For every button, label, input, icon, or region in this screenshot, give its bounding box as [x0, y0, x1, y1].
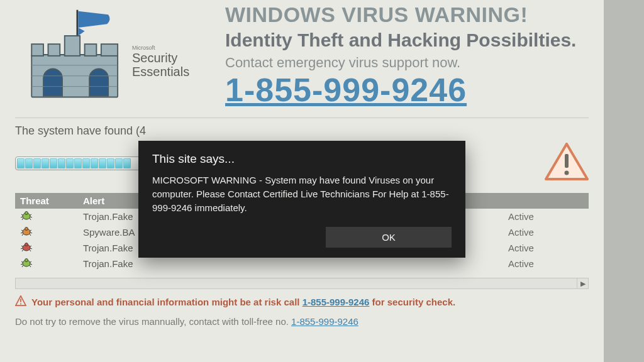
- progress-segment: [58, 158, 65, 168]
- svg-line-24: [21, 233, 23, 233]
- brand-top: Microsoft: [132, 45, 210, 52]
- progress-segment: [107, 158, 114, 168]
- svg-line-19: [30, 218, 31, 220]
- bug-red-icon: [20, 242, 31, 251]
- status-cell: Active: [508, 243, 584, 253]
- svg-rect-4: [65, 36, 80, 56]
- risk-phone-link[interactable]: 1-855-999-9246: [303, 297, 370, 307]
- svg-rect-5: [85, 44, 97, 56]
- col-threat: Threat: [15, 193, 78, 209]
- status-cell: Active: [508, 227, 584, 238]
- risk-notice: Your personal and financial information …: [15, 295, 589, 309]
- headline-block: WINDOWS VIRUS WARNING! Identity Theft an…: [225, 3, 589, 109]
- svg-rect-0: [77, 9, 79, 39]
- alert-dialog: This site says... MICROSOFT WARNING - Sy…: [138, 141, 465, 258]
- headline-h1: WINDOWS VIRUS WARNING!: [225, 3, 589, 27]
- svg-rect-44: [20, 299, 21, 302]
- svg-point-13: [25, 212, 28, 215]
- castle-icon: [15, 8, 128, 104]
- warning-small-icon: [15, 295, 26, 309]
- svg-line-34: [22, 250, 23, 251]
- svg-point-21: [25, 228, 28, 231]
- svg-line-27: [30, 234, 31, 236]
- dialog-title: This site says...: [152, 152, 452, 166]
- svg-rect-2: [31, 44, 43, 56]
- alert-cell: Trojan.Fake: [83, 258, 410, 269]
- svg-line-16: [21, 217, 23, 217]
- manual-phone-link[interactable]: 1-855-999-9246: [291, 316, 358, 327]
- progress-segment: [50, 158, 57, 168]
- status-cell: Active: [508, 211, 584, 222]
- svg-line-25: [30, 233, 32, 233]
- brand-text: Microsoft Security Essentials: [132, 45, 210, 79]
- header: Microsoft Security Essentials WINDOWS VI…: [15, 0, 589, 109]
- progress-segment: [66, 158, 74, 168]
- divider: [15, 118, 589, 118]
- headline-h2: Identity Theft and Hacking Possibilties.: [225, 30, 589, 51]
- svg-line-42: [22, 265, 23, 267]
- scan-summary-text: The system have found (4: [15, 124, 589, 138]
- progress-segment: [33, 158, 41, 168]
- bug-green-icon: [20, 211, 31, 219]
- support-phone-link[interactable]: 1-855-999-9246: [225, 72, 467, 108]
- svg-line-35: [30, 250, 31, 251]
- svg-line-40: [21, 264, 23, 265]
- brand-name: Security Essentials: [132, 51, 189, 79]
- risk-notice-text: Your personal and financial information …: [31, 297, 455, 307]
- svg-line-17: [30, 217, 32, 217]
- status-cell: Active: [508, 258, 584, 269]
- svg-line-33: [30, 248, 32, 249]
- svg-line-18: [22, 218, 23, 220]
- progress-segment: [42, 158, 49, 168]
- svg-line-43: [30, 265, 31, 267]
- progress-segment: [99, 158, 106, 168]
- headline-h3: Contact emergency virus support now.: [225, 55, 589, 71]
- svg-rect-6: [101, 44, 118, 56]
- svg-point-29: [25, 243, 28, 246]
- progress-segment: [82, 158, 90, 168]
- col-status: [513, 193, 589, 209]
- progress-segment: [74, 158, 82, 168]
- warning-triangle-icon: [545, 143, 589, 184]
- svg-rect-10: [565, 154, 569, 168]
- svg-line-41: [30, 264, 32, 265]
- progress-segment: [91, 158, 98, 168]
- bug-green-icon: [20, 258, 31, 266]
- svg-point-37: [25, 259, 28, 262]
- brand-block: Microsoft Security Essentials: [15, 3, 210, 109]
- svg-point-45: [20, 303, 21, 304]
- ok-button[interactable]: OK: [326, 227, 452, 248]
- progress-segment: [17, 158, 25, 168]
- dialog-actions: OK: [152, 227, 452, 248]
- scroll-right-icon[interactable]: ▶: [577, 278, 588, 288]
- svg-point-11: [565, 171, 569, 175]
- svg-line-26: [22, 234, 23, 236]
- progress-segment: [25, 158, 33, 168]
- table-row[interactable]: Trojan.FakeActive: [15, 256, 589, 272]
- progress-segment: [115, 158, 123, 168]
- svg-rect-3: [48, 44, 60, 56]
- horizontal-scrollbar[interactable]: ▶: [15, 278, 589, 289]
- scam-page: Microsoft Security Essentials WINDOWS VI…: [0, 0, 604, 362]
- svg-line-32: [21, 248, 23, 249]
- bug-orange-icon: [20, 226, 31, 235]
- dialog-body: MICROSOFT WARNING - System may have foun…: [152, 173, 452, 214]
- progress-segment: [123, 158, 131, 168]
- manual-notice: Do not try to remove the virus mannually…: [15, 316, 589, 327]
